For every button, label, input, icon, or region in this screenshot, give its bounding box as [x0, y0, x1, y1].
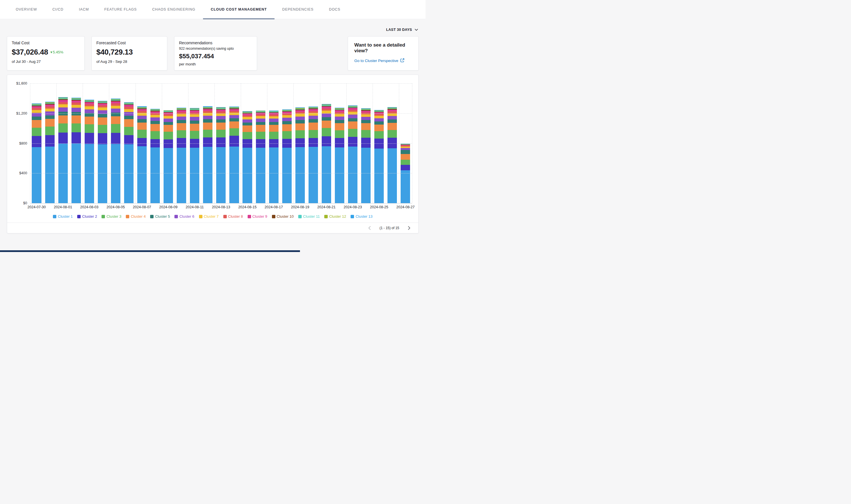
- stacked-bar[interactable]: [295, 107, 305, 203]
- bar-segment[interactable]: [151, 124, 160, 131]
- stacked-bar[interactable]: [256, 111, 265, 203]
- bar-segment[interactable]: [151, 115, 160, 118]
- bar-segment[interactable]: [322, 117, 331, 121]
- legend-label[interactable]: Cluster 3: [106, 214, 121, 219]
- stacked-bar[interactable]: [151, 109, 160, 203]
- bar-segment[interactable]: [282, 148, 292, 203]
- stacked-bar[interactable]: [361, 108, 370, 203]
- legend-label[interactable]: Cluster 11: [303, 214, 320, 219]
- bar-segment[interactable]: [58, 132, 68, 144]
- bar-segment[interactable]: [348, 122, 358, 129]
- bar-segment[interactable]: [163, 122, 173, 125]
- bar-segment[interactable]: [229, 115, 239, 119]
- bar-segment[interactable]: [361, 114, 370, 117]
- bar-segment[interactable]: [190, 114, 199, 117]
- bar-segment[interactable]: [177, 114, 186, 116]
- bar-segment[interactable]: [216, 138, 226, 147]
- legend-item[interactable]: Cluster 4: [126, 214, 145, 219]
- bar-segment[interactable]: [32, 136, 41, 147]
- bar-segment[interactable]: [309, 138, 318, 147]
- bar-segment[interactable]: [348, 114, 358, 118]
- bar-segment[interactable]: [163, 140, 173, 148]
- bar-segment[interactable]: [401, 160, 410, 165]
- bar-segment[interactable]: [322, 128, 331, 136]
- bar-segment[interactable]: [295, 116, 305, 120]
- bar-segment[interactable]: [243, 120, 252, 123]
- cluster-perspective-link[interactable]: Go to Cluster Perspective: [354, 58, 412, 63]
- stacked-bar[interactable]: [216, 107, 226, 203]
- bar-segment[interactable]: [71, 103, 81, 105]
- bar-segment[interactable]: [203, 123, 212, 130]
- stacked-bar[interactable]: [229, 107, 239, 203]
- tab-cicd[interactable]: CI/CD: [45, 0, 71, 19]
- bar-segment[interactable]: [243, 132, 252, 140]
- bar-segment[interactable]: [124, 116, 134, 119]
- bar-segment[interactable]: [163, 132, 173, 140]
- legend-item[interactable]: Cluster 3: [102, 214, 121, 219]
- legend-label[interactable]: Cluster 1: [58, 214, 73, 219]
- bar-segment[interactable]: [309, 130, 318, 138]
- bar-segment[interactable]: [111, 109, 120, 112]
- bar-segment[interactable]: [203, 130, 212, 138]
- legend-item[interactable]: Cluster 2: [77, 214, 97, 219]
- bar-segment[interactable]: [190, 124, 199, 131]
- bar-segment[interactable]: [322, 113, 331, 117]
- bar-segment[interactable]: [374, 148, 384, 203]
- bar-segment[interactable]: [71, 132, 81, 143]
- bar-segment[interactable]: [124, 112, 134, 116]
- stacked-bar[interactable]: [177, 108, 186, 203]
- bar-segment[interactable]: [58, 107, 68, 111]
- bar-segment[interactable]: [335, 138, 344, 147]
- bar-segment[interactable]: [335, 123, 344, 130]
- bar-segment[interactable]: [203, 116, 212, 120]
- bar-segment[interactable]: [163, 148, 173, 203]
- bar-segment[interactable]: [243, 148, 252, 203]
- bar-segment[interactable]: [124, 107, 134, 109]
- bar-segment[interactable]: [98, 144, 107, 203]
- bar-segment[interactable]: [348, 118, 358, 122]
- bar-segment[interactable]: [124, 144, 134, 203]
- bar-segment[interactable]: [32, 120, 41, 127]
- bar-segment[interactable]: [374, 131, 384, 139]
- bar-segment[interactable]: [98, 125, 107, 133]
- bar-segment[interactable]: [71, 108, 81, 112]
- bar-segment[interactable]: [71, 115, 81, 123]
- stacked-bar[interactable]: [98, 101, 107, 203]
- bar-segment[interactable]: [243, 117, 252, 119]
- bar-segment[interactable]: [124, 127, 134, 135]
- bar-segment[interactable]: [45, 109, 55, 111]
- bar-segment[interactable]: [216, 113, 226, 116]
- bar-segment[interactable]: [229, 118, 239, 121]
- bar-segment[interactable]: [387, 138, 397, 148]
- stacked-bar[interactable]: [190, 108, 199, 203]
- bar-segment[interactable]: [361, 130, 370, 138]
- bar-segment[interactable]: [163, 125, 173, 132]
- bar-segment[interactable]: [32, 110, 41, 113]
- bar-segment[interactable]: [85, 133, 94, 144]
- bar-segment[interactable]: [45, 127, 55, 135]
- legend-label[interactable]: Cluster 7: [204, 214, 219, 219]
- stacked-bar[interactable]: [309, 107, 318, 203]
- bottom-scrollbar[interactable]: [0, 250, 300, 252]
- stacked-bar[interactable]: [335, 108, 344, 203]
- chevron-right-icon[interactable]: [407, 226, 411, 231]
- tab-chaos-engineering[interactable]: CHAOS ENGINEERING: [144, 0, 203, 19]
- legend-label[interactable]: Cluster 12: [329, 214, 346, 219]
- bar-segment[interactable]: [282, 124, 292, 131]
- bar-segment[interactable]: [71, 123, 81, 132]
- stacked-bar[interactable]: [243, 111, 252, 203]
- bar-segment[interactable]: [335, 130, 344, 138]
- bar-segment[interactable]: [322, 111, 331, 113]
- stacked-bar[interactable]: [269, 111, 279, 203]
- stacked-bar[interactable]: [137, 106, 147, 203]
- legend-label[interactable]: Cluster 2: [82, 214, 97, 219]
- bar-segment[interactable]: [45, 107, 55, 109]
- legend-label[interactable]: Cluster 5: [155, 214, 170, 219]
- legend-label[interactable]: Cluster 6: [179, 214, 194, 219]
- bar-segment[interactable]: [348, 137, 358, 147]
- bar-segment[interactable]: [256, 132, 265, 139]
- legend-item[interactable]: Cluster 12: [324, 214, 346, 219]
- bar-segment[interactable]: [374, 116, 384, 118]
- bar-segment[interactable]: [348, 147, 358, 203]
- bar-segment[interactable]: [309, 123, 318, 130]
